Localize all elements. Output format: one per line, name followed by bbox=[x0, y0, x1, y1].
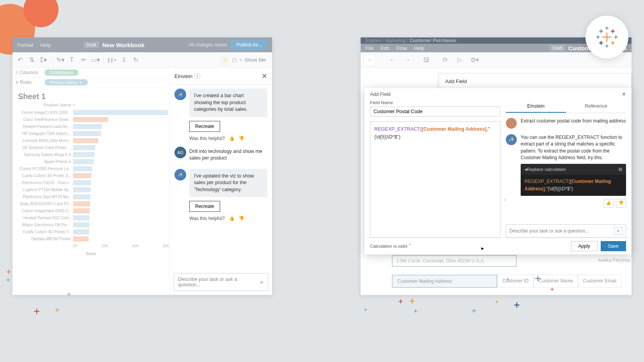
copy-icon[interactable]: ⧉ bbox=[619, 166, 622, 173]
menu-edit[interactable]: Edit bbox=[381, 45, 389, 51]
bar-row: Hewlett Packard 610 Colo.. bbox=[12, 214, 165, 221]
bar[interactable] bbox=[73, 180, 91, 185]
publish-button[interactable]: Publish As... bbox=[231, 40, 267, 50]
close-icon[interactable]: ✕ bbox=[622, 91, 626, 97]
thumbs-down-icon[interactable]: 👎 bbox=[238, 216, 244, 221]
pencil-icon[interactable]: ✎▾ bbox=[55, 55, 65, 65]
bar-row: Lexmark MX611dhe Mono.. bbox=[12, 137, 165, 144]
axis-tick: 60K bbox=[162, 244, 169, 248]
bot-avatar: ✨ bbox=[174, 89, 186, 100]
send-icon[interactable]: ➤ bbox=[260, 279, 264, 285]
bar[interactable] bbox=[73, 124, 102, 129]
recreate-button[interactable]: Recreate bbox=[189, 121, 220, 132]
bar[interactable] bbox=[73, 194, 91, 199]
menu-flow[interactable]: Flow bbox=[396, 45, 407, 51]
undo-icon[interactable]: ↶ bbox=[15, 55, 25, 65]
layout-icon[interactable]: ▭▾ bbox=[90, 55, 100, 65]
bar[interactable] bbox=[73, 208, 90, 213]
bar[interactable] bbox=[73, 131, 101, 136]
tableau-logo bbox=[585, 16, 628, 59]
chevron-right-icon[interactable]: › bbox=[504, 197, 506, 202]
crumb-explore[interactable]: Explore bbox=[365, 38, 381, 43]
sidebar-toggle[interactable]: › bbox=[364, 54, 375, 66]
bar-label: Canon Imageclass D680 C.. bbox=[12, 209, 73, 213]
col-mailing-address[interactable]: Customer Mailing Address bbox=[392, 275, 497, 288]
einstein-icon[interactable]: ✨ bbox=[219, 55, 230, 66]
bar[interactable] bbox=[73, 117, 108, 122]
thumbs-up-icon[interactable]: 👍 bbox=[229, 136, 235, 141]
pen-icon[interactable]: ✏ bbox=[78, 55, 89, 65]
calculation-editor[interactable]: REGEXP_EXTRACT([Customer Mailing Address… bbox=[370, 121, 500, 238]
save-status: All changes saved bbox=[189, 42, 227, 48]
rotate-icon[interactable]: ↻ bbox=[130, 55, 141, 65]
rows-shelf[interactable]: ≡ Rows Product Name ≡ bbox=[12, 78, 169, 87]
columns-pill[interactable]: SUM(Sales) bbox=[44, 69, 78, 76]
menu-file[interactable]: File bbox=[365, 45, 374, 51]
bar-label: Cubify CubeX 3D Printer D.. bbox=[12, 174, 73, 178]
bar[interactable] bbox=[73, 159, 94, 164]
show-me[interactable]: ✨ ▢ ≡ Show Me bbox=[219, 55, 270, 66]
bar[interactable] bbox=[73, 173, 91, 178]
bar[interactable] bbox=[73, 215, 89, 220]
bar-row: Okidata MB760 Printer bbox=[12, 235, 165, 242]
thumbs-down-icon[interactable]: 👎 bbox=[616, 199, 626, 208]
ask-input[interactable]: Describe your task or ask a question... … bbox=[506, 224, 626, 238]
bar[interactable] bbox=[73, 166, 92, 171]
bar-row: Samsung Galaxy Mega 6.3 bbox=[12, 151, 165, 158]
code-snippet: ◂ Replace calculation ⧉ REGEXP_EXTRACT([… bbox=[521, 164, 626, 196]
save-button[interactable]: Save bbox=[601, 241, 626, 251]
refresh-icon[interactable]: ⟳ bbox=[439, 55, 450, 66]
einstein-panel: Einstein i ✕ ✨ I've created a bar chart … bbox=[170, 68, 272, 295]
bar[interactable] bbox=[73, 236, 89, 241]
x-axis-ticks: 0K20K40K60K bbox=[73, 242, 169, 250]
bar-row: Hewlett Packard LaserJet .. bbox=[12, 123, 165, 130]
sum-icon[interactable]: Σ▾ bbox=[38, 55, 48, 65]
back-icon[interactable]: ← bbox=[387, 55, 398, 66]
sort-icon[interactable]: ⇅ bbox=[27, 55, 37, 65]
present-icon[interactable]: ▢ bbox=[232, 57, 237, 63]
axis-tick: 0K bbox=[73, 244, 78, 248]
rows-pill[interactable]: Product Name ≡ bbox=[44, 79, 88, 85]
menu-format[interactable]: Format bbox=[17, 42, 33, 48]
tab-reference[interactable]: Reference bbox=[566, 100, 626, 113]
bar[interactable] bbox=[73, 229, 89, 234]
bar[interactable] bbox=[73, 145, 95, 150]
text-icon[interactable]: T bbox=[67, 55, 77, 65]
calculation-status: Calculation is valid ˄ bbox=[370, 243, 411, 249]
crumb-marketing[interactable]: Marketing bbox=[385, 38, 406, 43]
user-message: Drill into technology and show me sales … bbox=[189, 147, 267, 163]
thumbs-up-icon[interactable]: 👍 bbox=[229, 216, 235, 221]
settings-icon[interactable]: ⚙▾ bbox=[469, 55, 480, 66]
bot-message: I've created a bar chart showing the top… bbox=[189, 89, 267, 117]
col-customer-id[interactable]: Customer ID bbox=[497, 275, 534, 288]
save-icon[interactable]: 🖫 bbox=[421, 55, 432, 66]
recreate-button[interactable]: Recreate bbox=[189, 201, 220, 212]
tab-einstein[interactable]: Einstein bbox=[506, 100, 566, 113]
close-icon[interactable]: ✕ bbox=[262, 72, 267, 80]
replace-calculation-button[interactable]: ◂ Replace calculation ⧉ bbox=[521, 164, 626, 175]
decorative-plus: + bbox=[67, 291, 71, 297]
field-name-input[interactable] bbox=[370, 106, 500, 117]
bar[interactable] bbox=[73, 152, 94, 157]
bar[interactable] bbox=[73, 187, 91, 192]
decorative-plus: + bbox=[6, 277, 10, 283]
run-icon[interactable]: ▷ bbox=[454, 55, 465, 66]
menu-help[interactable]: Help bbox=[40, 42, 51, 48]
send-icon[interactable]: ➤ bbox=[614, 227, 623, 235]
thumbs-down-icon[interactable]: 👎 bbox=[238, 136, 244, 141]
bar[interactable] bbox=[73, 222, 89, 227]
forward-icon[interactable]: → bbox=[402, 55, 413, 66]
bar[interactable] bbox=[73, 201, 90, 206]
thumbs-up-icon[interactable]: 👍 bbox=[603, 199, 614, 208]
menu-help[interactable]: Help bbox=[414, 45, 425, 51]
pin-icon[interactable]: ⇩ bbox=[119, 55, 129, 65]
apply-button[interactable]: Apply bbox=[571, 241, 598, 251]
bar[interactable] bbox=[73, 138, 98, 143]
chart-icon[interactable]: ⫿⫿▾ bbox=[107, 55, 117, 65]
bar[interactable] bbox=[73, 110, 168, 115]
columns-shelf[interactable]: ⦙⦙⦙ Columns SUM(Sales) bbox=[12, 68, 169, 78]
showme-icon[interactable]: ≡ bbox=[239, 57, 242, 63]
col-customer-email[interactable]: Customer Email bbox=[578, 275, 621, 288]
info-icon[interactable]: i bbox=[195, 73, 200, 79]
chat-input[interactable]: Describe your task or ask a question... … bbox=[174, 273, 268, 291]
